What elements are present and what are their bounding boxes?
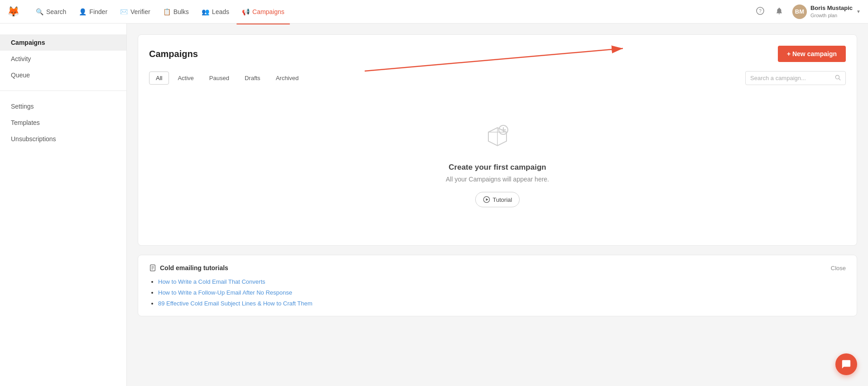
search-campaign-input[interactable]	[750, 75, 832, 81]
card-header: Campaigns + New campaign	[149, 46, 846, 62]
tutorials-header: Cold emailing tutorials Close	[149, 264, 846, 272]
nav-leads[interactable]: 👥 Leads	[196, 5, 235, 18]
top-navigation: 🦊 🔍 Search 👤 Finder ✉️ Verifier 📋 Bulks …	[0, 0, 868, 24]
new-campaign-button[interactable]: + New campaign	[778, 46, 846, 62]
tutorial-item-1: How to Write a Cold Email That Converts	[158, 278, 846, 285]
sidebar-item-unsubscriptions[interactable]: Unsubscriptions	[0, 131, 126, 147]
user-name: Boris Mustapic	[810, 5, 853, 12]
bell-button[interactable]	[773, 5, 785, 19]
tutorial-item-3: 89 Effective Cold Email Subject Lines & …	[158, 300, 846, 307]
help-button[interactable]: ?	[754, 5, 766, 19]
tutorial-link-3[interactable]: 89 Effective Cold Email Subject Lines & …	[158, 300, 313, 307]
campaigns-card: Campaigns + New campaign All Active Paus…	[138, 34, 857, 246]
svg-text:?: ?	[759, 9, 762, 14]
layout: Campaigns Activity Queue Settings Templa…	[0, 24, 868, 386]
empty-title: Create your first campaign	[448, 163, 546, 172]
sidebar-item-settings[interactable]: Settings	[0, 98, 126, 114]
filter-row: All Active Paused Drafts Archived	[149, 71, 846, 85]
tutorials-close-button[interactable]: Close	[831, 265, 846, 272]
nav-items: 🔍 Search 👤 Finder ✉️ Verifier 📋 Bulks 👥 …	[30, 5, 754, 18]
tutorials-title: Cold emailing tutorials	[149, 264, 228, 272]
chat-button[interactable]	[835, 353, 857, 375]
user-info: Boris Mustapic Growth plan	[810, 5, 853, 19]
doc-icon	[149, 264, 156, 272]
nav-leads-label: Leads	[212, 8, 229, 15]
user-profile[interactable]: BM Boris Mustapic Growth plan ▼	[792, 5, 861, 19]
topnav-right: ? BM Boris Mustapic Growth plan ▼	[754, 5, 861, 19]
chat-icon	[841, 359, 851, 369]
tutorials-card: Cold emailing tutorials Close How to Wri…	[138, 255, 857, 316]
search-nav-icon: 🔍	[36, 8, 43, 15]
tutorial-button[interactable]: Tutorial	[475, 192, 520, 207]
sidebar-item-campaigns[interactable]: Campaigns	[0, 34, 126, 51]
nav-finder-label: Finder	[89, 8, 107, 15]
sidebar-item-templates[interactable]: Templates	[0, 114, 126, 131]
tutorials-title-text: Cold emailing tutorials	[160, 264, 228, 272]
campaign-empty-icon	[484, 123, 511, 156]
sidebar-divider	[0, 91, 126, 91]
nav-search[interactable]: 🔍 Search	[30, 5, 72, 18]
nav-finder[interactable]: 👤 Finder	[73, 5, 113, 18]
leads-nav-icon: 👥	[202, 8, 209, 15]
nav-search-label: Search	[46, 8, 66, 15]
nav-campaigns-label: Campaigns	[252, 8, 285, 15]
tutorials-list: How to Write a Cold Email That Converts …	[149, 278, 846, 307]
bulks-nav-icon: 📋	[163, 8, 171, 15]
logo-icon[interactable]: 🦊	[7, 6, 19, 18]
filter-tabs: All Active Paused Drafts Archived	[149, 71, 305, 85]
tutorial-link-1[interactable]: How to Write a Cold Email That Converts	[158, 278, 265, 285]
tutorial-link-2[interactable]: How to Write a Follow-Up Email After No …	[158, 289, 292, 296]
main-content: Campaigns + New campaign All Active Paus…	[127, 24, 868, 386]
nav-verifier[interactable]: ✉️ Verifier	[115, 5, 156, 18]
empty-subtitle: All your Campaigns will appear here.	[446, 176, 549, 183]
sidebar-item-activity[interactable]: Activity	[0, 51, 126, 67]
search-campaign-wrapper	[745, 71, 846, 85]
sidebar: Campaigns Activity Queue Settings Templa…	[0, 24, 127, 386]
user-plan: Growth plan	[810, 12, 853, 19]
nav-bulks-label: Bulks	[174, 8, 189, 15]
tab-active[interactable]: Active	[171, 71, 200, 85]
verifier-nav-icon: ✉️	[120, 8, 128, 15]
avatar: BM	[792, 5, 807, 19]
nav-bulks[interactable]: 📋 Bulks	[158, 5, 194, 18]
page-title: Campaigns	[149, 49, 198, 59]
nav-campaigns[interactable]: 📢 Campaigns	[236, 5, 290, 18]
finder-nav-icon: 👤	[79, 8, 87, 15]
tutorial-item-2: How to Write a Follow-Up Email After No …	[158, 289, 846, 296]
sidebar-item-queue[interactable]: Queue	[0, 67, 126, 83]
empty-state: Create your first campaign All your Camp…	[149, 96, 846, 234]
tutorial-button-label: Tutorial	[493, 196, 512, 203]
tab-drafts[interactable]: Drafts	[238, 71, 267, 85]
search-icon	[834, 74, 841, 82]
nav-verifier-label: Verifier	[130, 8, 150, 15]
svg-marker-8	[486, 198, 488, 200]
svg-line-5	[839, 79, 840, 80]
chevron-down-icon: ▼	[856, 9, 861, 14]
tab-paused[interactable]: Paused	[203, 71, 236, 85]
tab-all[interactable]: All	[149, 71, 169, 85]
tab-archived[interactable]: Archived	[269, 71, 306, 85]
campaigns-nav-icon: 📢	[242, 8, 250, 15]
